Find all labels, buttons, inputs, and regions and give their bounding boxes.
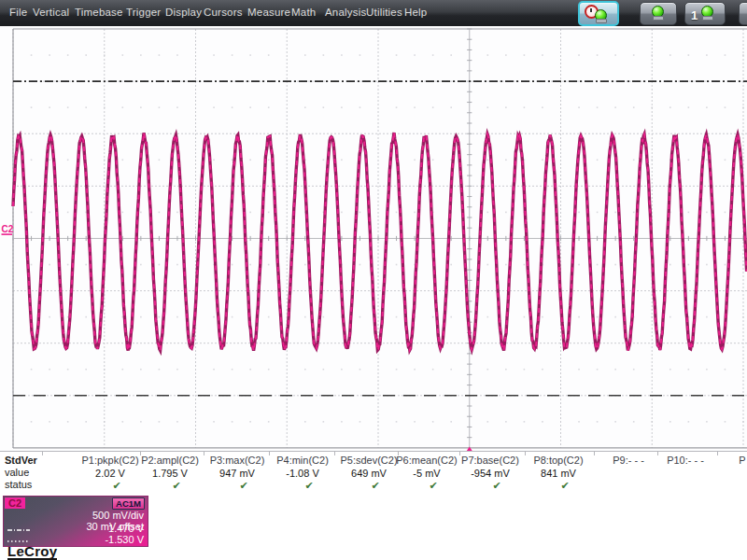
menu-item-cursors[interactable]: Cursors xyxy=(204,7,243,18)
menu-item-math[interactable]: Math xyxy=(291,7,316,18)
menu-item-utilities[interactable]: Utilities xyxy=(366,7,402,18)
menu-item-timebase[interactable]: Timebase xyxy=(75,7,123,18)
measure-column-11: P xyxy=(698,455,747,468)
button-number-label: 1 xyxy=(691,8,698,22)
icon-stand xyxy=(596,19,607,23)
icon-stand xyxy=(702,16,713,21)
menu-item-display[interactable]: Display xyxy=(165,7,202,18)
menu-item-trigger[interactable]: Trigger xyxy=(126,7,161,18)
lecroy-logo: LeCroy xyxy=(7,544,57,560)
menu-item-file[interactable]: File xyxy=(9,7,27,18)
scope1-toolbar-button[interactable]: 1 xyxy=(684,2,726,25)
table-separator-line xyxy=(0,451,747,452)
measurement-table: StdVer value status P1:pkpk(C2)2.02 V✔P2… xyxy=(0,451,747,494)
dash-dot-linestyle-icon xyxy=(7,525,30,536)
menu-item-measure[interactable]: Measure xyxy=(247,7,290,18)
volts-per-div-value: 500 mV/div xyxy=(92,510,144,521)
menu-item-analysis[interactable]: Analysis xyxy=(325,7,366,18)
partial-toolbar-button[interactable] xyxy=(739,2,747,25)
menu-item-vertical[interactable]: Vertical xyxy=(33,7,69,18)
status-ok-checkmark-icon: ✔ xyxy=(514,480,603,492)
coupling-badge: AC1M xyxy=(112,497,145,510)
measure-value: 841 mV xyxy=(514,468,603,479)
channel-c2-descriptor-box[interactable]: C2 AC1M 500 mV/div 30 mV offset 1.470 V … xyxy=(3,496,148,547)
measure-mode-label: StdVer xyxy=(5,455,37,466)
icon-stand xyxy=(653,16,664,21)
c2-level-marker[interactable]: C2 xyxy=(2,224,14,234)
upper-level-value: 1.470 V xyxy=(108,523,144,534)
column-separator-tick xyxy=(42,451,43,455)
menu-bar: FileVerticalTimebaseTriggerDisplayCursor… xyxy=(0,0,747,27)
timer-toolbar-button[interactable] xyxy=(578,1,619,26)
channel-label-badge: C2 xyxy=(5,497,25,509)
lower-level-value: -1.530 V xyxy=(105,534,144,545)
value-row-label: value xyxy=(5,467,29,478)
menu-item-help[interactable]: Help xyxy=(404,7,427,18)
measure-param-label[interactable]: P xyxy=(698,455,747,466)
scope-toolbar-button[interactable] xyxy=(640,2,677,25)
waveform-display-area[interactable]: C2 xyxy=(0,26,747,455)
status-row-label: status xyxy=(5,479,32,490)
lecroy-oscilloscope-screen: { "menu": { "items": ["File","Vertical",… xyxy=(0,0,747,560)
